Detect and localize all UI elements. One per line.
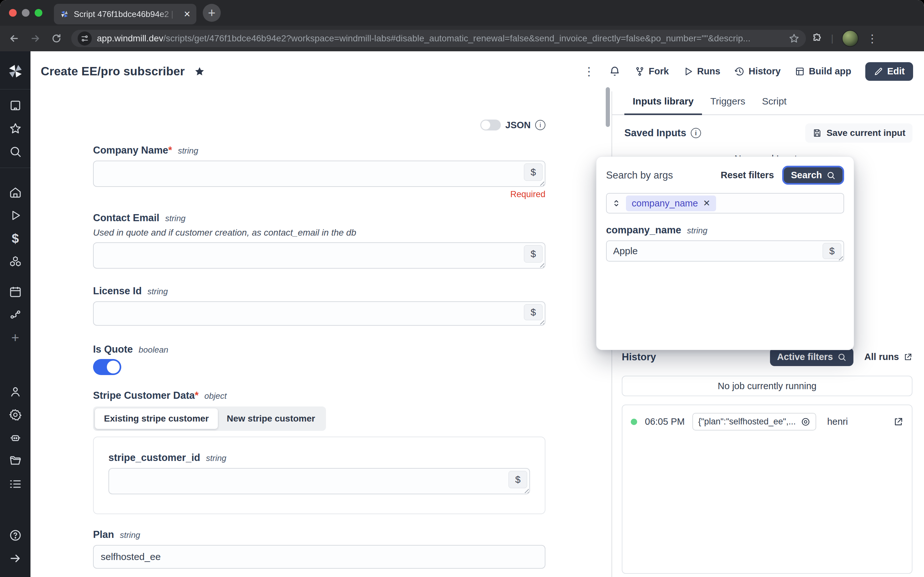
is-quote-toggle[interactable] [93,359,121,375]
stripe-customer-data-label-row: Stripe Customer Data* object [93,390,545,401]
back-icon[interactable] [7,31,21,45]
build-app-button[interactable]: Build app [795,66,851,77]
sort-chevrons-icon[interactable] [612,199,621,208]
tab-existing-stripe-customer[interactable]: Existing stripe customer [95,408,218,429]
field-type: string [148,287,168,297]
field-type: string [178,146,198,156]
field-label: stripe_customer_id [108,452,200,464]
scrollbar-thumb[interactable] [606,87,610,127]
company-name-input[interactable]: $ [93,161,545,187]
sidebar-collapse-icon[interactable] [0,547,31,570]
history-list: 06:05 PM {"plan":"selfhosted_ee",... hen… [622,405,913,574]
field-type: string [120,530,140,540]
field-type: object [204,391,226,401]
contact-email-help: Used in quote and if customer creation, … [93,227,545,238]
sidebar-item-workers[interactable] [0,426,31,450]
run-args-chip[interactable]: {"plan":"selfhosted_ee",... [692,413,816,430]
address-bar[interactable]: app.windmill.dev/scripts/get/476f1bdce46… [71,30,806,47]
page-title: Create EE/pro subscriber [41,65,185,78]
fork-button[interactable]: Fork [635,66,669,77]
tab-close-icon[interactable]: ✕ [184,9,191,19]
sidebar-item-users[interactable] [0,380,31,403]
active-filters-button[interactable]: Active filters [770,348,853,366]
forward-icon[interactable] [28,31,42,45]
notifications-bell-icon[interactable] [609,66,620,77]
variable-picker-button[interactable]: $ [822,243,841,259]
tab-triggers[interactable]: Triggers [702,91,754,114]
search-button[interactable]: Search [782,166,844,185]
history-button[interactable]: History [734,66,780,77]
variable-picker-button[interactable]: $ [524,304,543,320]
runs-button[interactable]: Runs [683,66,720,77]
all-runs-link[interactable]: All runs [864,351,913,362]
window-controls[interactable] [9,9,42,17]
stripe-customer-tabgroup: Existing stripe customer New stripe cust… [93,406,326,431]
save-icon [813,128,822,138]
field-type: boolean [139,345,168,355]
sidebar-item-help[interactable] [0,524,31,547]
license-id-input[interactable]: $ [93,301,545,326]
browser-toolbar: app.windmill.dev/scripts/get/476f1bdce46… [0,26,924,51]
reset-filters-button[interactable]: Reset filters [720,170,774,181]
contact-email-input[interactable]: $ [93,242,545,269]
variable-picker-button[interactable]: $ [524,163,543,181]
panel-tabs: Inputs library Triggers Script [612,91,924,115]
tab-inputs-library[interactable]: Inputs library [624,91,702,114]
edit-button[interactable]: Edit [865,62,913,81]
sidebar-item-routes[interactable] [0,303,31,326]
sidebar-item-audit-logs[interactable] [0,472,31,496]
profile-avatar[interactable] [842,30,859,47]
history-title: History [622,351,656,363]
zoom-window-button[interactable] [35,9,42,17]
preview-eye-icon[interactable] [801,417,811,427]
more-menu-icon[interactable]: ⋮ [583,65,595,78]
save-current-input-button[interactable]: Save current input [805,123,913,143]
new-tab-button[interactable]: + [203,4,221,22]
tab-script[interactable]: Script [754,91,795,114]
sidebar-item-settings[interactable] [0,403,31,426]
open-run-external-icon[interactable] [893,417,903,427]
browser-window: Script 476f1bdce46b94e2 | W ✕ + app.wind… [0,0,924,577]
extensions-icon[interactable] [812,33,822,44]
saved-inputs-info-icon[interactable]: i [691,128,701,138]
company-name-filter-input[interactable]: Apple $ [606,240,844,261]
sidebar-item-workspace[interactable] [0,94,31,117]
tab-title: Script 476f1bdce46b94e2 | W [74,9,176,19]
sidebar-item-search[interactable] [0,140,31,163]
sidebar-item-home[interactable] [0,181,31,204]
minimize-window-button[interactable] [22,9,29,17]
sidebar-item-runs[interactable] [0,204,31,227]
site-settings-icon[interactable] [78,31,92,45]
field-label: Stripe Customer Data [93,390,195,401]
sidebar-item-add[interactable]: + [0,326,31,350]
history-run-row[interactable]: 06:05 PM {"plan":"selfhosted_ee",... hen… [631,413,903,430]
browser-menu-icon[interactable]: ⋮ [867,32,878,45]
remove-chip-icon[interactable]: ✕ [703,198,710,208]
field-label: company_name [606,224,681,236]
run-time: 06:05 PM [645,416,685,427]
windmill-logo[interactable] [7,63,24,79]
reload-icon[interactable] [49,31,63,45]
bookmark-star-icon[interactable] [788,33,800,44]
tab-new-stripe-customer[interactable]: New stripe customer [218,408,324,429]
toolbar-separator: | [831,33,834,44]
json-toggle[interactable] [480,119,501,131]
sidebar-item-favorites[interactable] [0,117,31,140]
args-filter-combobox[interactable]: company_name ✕ [606,193,844,213]
variable-picker-button[interactable]: $ [509,471,527,488]
plan-input[interactable]: selfhosted_ee [93,545,545,569]
browser-tab[interactable]: Script 476f1bdce46b94e2 | W ✕ [54,4,196,24]
sidebar-item-resources[interactable] [0,250,31,273]
sidebar-item-variables[interactable]: $ [0,227,31,250]
stripe-customer-id-input[interactable]: $ [108,468,530,494]
field-label: Plan [93,529,114,540]
search-by-args-popup: Search by args Reset filters Search comp… [596,156,854,350]
variable-picker-button[interactable]: $ [524,245,543,263]
sidebar-item-schedules[interactable] [0,280,31,303]
sidebar-item-folders[interactable] [0,450,31,472]
favorite-star-icon[interactable] [194,66,205,77]
close-window-button[interactable] [9,9,17,17]
filter-chip-company-name[interactable]: company_name ✕ [626,195,716,211]
field-type: string [687,226,708,235]
json-info-icon[interactable]: i [535,120,545,130]
